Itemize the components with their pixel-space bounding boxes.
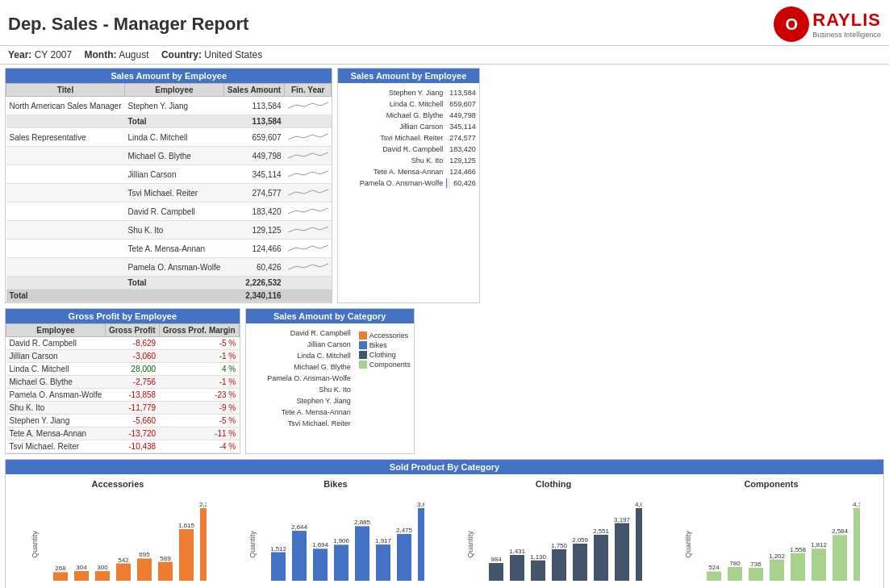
table-row: Tete A. Mensa-Annan -13,720 -11 %: [6, 427, 240, 440]
bar-value: 60,426: [453, 179, 476, 187]
month-value: August: [119, 49, 148, 60]
svg-text:1,512: 1,512: [270, 545, 287, 553]
year-label: Year:: [8, 49, 31, 60]
cat-bar-label: Stephen Y. Jiang: [249, 397, 354, 405]
cat-bar-label: David R. Campbell: [249, 329, 354, 337]
chart-title: Bikes: [228, 479, 443, 489]
sold-product-header: Sold Product By Category: [6, 460, 883, 474]
table-row: [6, 240, 125, 258]
svg-text:1,750: 1,750: [551, 542, 568, 549]
month-label: Month:: [85, 49, 117, 60]
table-row: Shu K. Ito -11,779 -9 %: [6, 402, 240, 415]
category-chart-panel: Sales Amount by Category David R. Campbe…: [245, 308, 415, 454]
svg-text:3,842: 3,842: [417, 501, 424, 508]
svg-text:Quantity: Quantity: [31, 531, 39, 558]
bar-value: 124,466: [449, 168, 476, 176]
cat-bar-label: Michael G. Blythe: [249, 363, 354, 371]
bar-label: David R. Campbell: [341, 145, 446, 153]
bar-row: Tsvi Michael. Reiter 274,577: [341, 133, 476, 143]
gross-profit-panel: Gross Profit by Employee Employee Gross …: [5, 308, 240, 454]
svg-text:780: 780: [729, 560, 741, 567]
svg-text:1,694: 1,694: [312, 541, 329, 548]
category-chart: David R. Campbell Jillian Carson Linda C…: [246, 323, 414, 435]
svg-text:1,917: 1,917: [375, 537, 392, 544]
chart-group: Accessories Quantity JFMAMJJA 2683043005…: [10, 479, 225, 588]
bar-label: Tete A. Mensa-Annan: [341, 168, 446, 176]
cat-bar-label: Tete A. Mensa-Annan: [249, 408, 354, 416]
bar-row: Pamela O. Ansman-Wolfe 60,426: [341, 178, 476, 188]
sales-bar-chart-panel: Sales Amount by Employee Stephen Y. Jian…: [337, 68, 480, 303]
table-row: Tsvi Michael. Reiter -10,438 -4 %: [6, 440, 240, 453]
table-row: [6, 147, 125, 165]
middle-section: Gross Profit by Employee Employee Gross …: [5, 308, 884, 454]
svg-text:1,558: 1,558: [790, 546, 807, 553]
table-row: Michael G. Blythe -2,756 -1 %: [6, 376, 240, 389]
bar-value: 113,584: [449, 89, 476, 97]
gp-col-margin: Gross Prof. Margin: [159, 324, 239, 337]
svg-text:2,551: 2,551: [593, 528, 610, 535]
legend-label: Bikes: [369, 341, 387, 349]
sales-bar-chart: Stephen Y. Jiang 113,584 Linda C. Mitche…: [338, 83, 479, 194]
sold-product-section: Sold Product By Category Accessories Qua…: [5, 459, 884, 588]
bar-rect: [728, 567, 742, 581]
gross-profit-header: Gross Profit by Employee: [6, 309, 240, 323]
bar-value: 449,798: [449, 111, 476, 119]
cat-bar-row: Michael G. Blythe: [249, 362, 354, 372]
category-legend: Accessories Bikes Clothing Components: [359, 328, 411, 430]
svg-text:695: 695: [139, 551, 150, 558]
bar-rect: [355, 526, 369, 581]
col-sales-amount: Sales Amount: [223, 84, 284, 97]
bar-chart-svg: Quantity JFMAMJJA 1,5122,6441,6941,9062,…: [247, 492, 424, 588]
cat-bar-row: David R. Campbell: [249, 328, 354, 338]
gp-col-profit: Gross Profit: [105, 324, 159, 337]
bar-rect: [833, 535, 847, 581]
page-header: Dep. Sales - Manager Report O RAYLIS Bus…: [0, 0, 889, 45]
table-row: [6, 115, 125, 128]
bar-rect: [158, 562, 173, 581]
legend-item: Bikes: [359, 341, 411, 349]
cat-bar-row: Tsvi Michael. Reiter: [249, 419, 354, 428]
bar-chart-svg: Quantity JFMAMJJA 5247807361,2021,5581,8…: [682, 492, 860, 588]
table-row: Jillian Carson -3,060 -1 %: [6, 350, 240, 363]
bar-label: Jillian Carson: [341, 123, 446, 131]
table-row: Total: [6, 290, 224, 302]
category-bars: David R. Campbell Jillian Carson Linda C…: [249, 328, 354, 430]
table-row: Stephen Y. Jiang -5,660 -5 %: [6, 415, 240, 427]
bar-label: Michael G. Blythe: [341, 111, 446, 119]
sales-bar-chart-header: Sales Amount by Employee: [338, 69, 479, 83]
chart-group: Bikes Quantity JFMAMJJA 1,5122,6441,6941…: [228, 479, 443, 588]
table-row: [6, 277, 125, 290]
country-value: United States: [204, 49, 262, 60]
col-titel: Titel: [6, 84, 125, 97]
sales-table: Titel Employee Sales Amount Fin. Year No…: [6, 83, 332, 302]
svg-text:2,584: 2,584: [832, 528, 849, 535]
logo: O RAYLIS Business Intelligence: [774, 6, 881, 42]
legend-color: [359, 341, 367, 349]
sales-table-header: Sales Amount by Employee: [6, 69, 332, 83]
svg-text:4,100: 4,100: [853, 501, 860, 508]
bar-rect: [313, 548, 328, 581]
svg-text:Quantity: Quantity: [466, 531, 474, 558]
bar-label: Linda C. Mitchell: [341, 100, 446, 108]
table-row: [6, 184, 125, 202]
cat-bar-label: Tsvi Michael. Reiter: [249, 419, 354, 427]
legend-label: Clothing: [369, 351, 396, 359]
svg-text:Quantity: Quantity: [684, 531, 692, 558]
bar-value: 129,125: [449, 156, 476, 165]
bar-rect: [707, 571, 721, 581]
legend-label: Accessories: [369, 332, 409, 340]
svg-text:1,202: 1,202: [769, 553, 786, 560]
cat-bar-row: Pamela O. Ansman-Wolfe: [249, 373, 354, 383]
svg-text:4,026: 4,026: [635, 501, 642, 508]
bar-rect: [749, 568, 763, 581]
bar-rect: [552, 549, 566, 581]
cat-bar-label: Linda C. Mitchell: [249, 352, 354, 360]
chart-group: Clothing Quantity JFMAMJJA 9841,4311,130…: [446, 479, 661, 588]
bar-rect: [397, 534, 411, 581]
year-value: CY 2007: [35, 49, 72, 60]
category-chart-header: Sales Amount by Category: [246, 309, 414, 323]
svg-text:524: 524: [708, 564, 720, 571]
sales-table-panel: Sales Amount by Employee Titel Employee …: [5, 68, 332, 303]
svg-text:268: 268: [55, 565, 66, 572]
bar-rect: [95, 571, 110, 581]
